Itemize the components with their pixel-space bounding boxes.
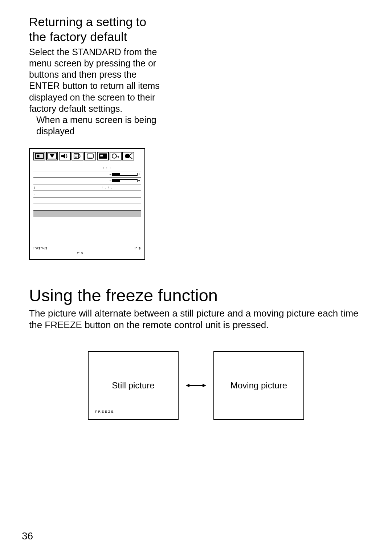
- plus-icon: +: [138, 179, 140, 183]
- freeze-diagram: Still picture FREEZE Moving picture: [29, 351, 363, 420]
- menu-row: [33, 204, 141, 211]
- freeze-body: The picture will alternate between a sti…: [29, 307, 363, 331]
- menu-row: − +: [33, 178, 141, 184]
- audio-icon: [59, 152, 71, 160]
- menu-footer: !"#$"%$ !" $ !" $: [33, 246, 141, 255]
- title-line2: the factory default: [29, 30, 127, 44]
- page-number: 36: [22, 530, 33, 542]
- menu-icon-bar: [33, 152, 141, 160]
- row-label: ): [34, 186, 74, 189]
- title-line1: Returning a setting to: [29, 15, 146, 29]
- menu-row: − +: [33, 171, 141, 178]
- double-arrow-icon: [186, 383, 206, 388]
- slider-track: [112, 179, 138, 182]
- svg-rect-1: [37, 155, 39, 157]
- row-value: ! , ! ,: [74, 186, 140, 189]
- moving-picture-box: Moving picture: [213, 351, 304, 420]
- menu-row: ) ! , ! ,: [33, 184, 141, 191]
- option2-icon: [97, 152, 109, 160]
- still-picture-box: Still picture FREEZE: [88, 351, 179, 420]
- row-label: .: [34, 192, 74, 196]
- moving-picture-label: Moving picture: [230, 380, 287, 391]
- plus-icon: +: [138, 172, 140, 176]
- security-icon: [110, 152, 122, 160]
- language-icon: [72, 152, 83, 160]
- section-title: Returning a setting to the factory defau…: [29, 15, 363, 44]
- menu-rows: ! + ! − + − + ) ! , ! , .: [33, 165, 141, 217]
- menu-row-highlight: [33, 211, 141, 217]
- svg-point-9: [125, 154, 130, 158]
- picture-icon: [33, 152, 45, 160]
- minus-icon: −: [109, 179, 111, 183]
- network-icon: [122, 152, 134, 160]
- svg-marker-11: [186, 384, 189, 387]
- position-icon: [46, 152, 58, 160]
- freeze-heading: Using the freeze function: [29, 285, 363, 305]
- svg-rect-7: [100, 155, 103, 156]
- menu-row: [33, 197, 141, 204]
- section-body: Select the STANDARD from the menu screen…: [29, 46, 160, 115]
- section-note: When a menu screen is being displayed: [36, 114, 167, 137]
- row-value: ! + !: [74, 166, 140, 170]
- svg-point-8: [112, 154, 117, 158]
- footer-right2: !" $: [77, 251, 141, 256]
- svg-rect-4: [87, 154, 93, 158]
- freeze-tag: FREEZE: [95, 410, 115, 413]
- option1-icon: [84, 152, 96, 160]
- row-slider: − +: [74, 179, 140, 183]
- slider-track: [112, 173, 138, 176]
- section-returning: Returning a setting to the factory defau…: [29, 15, 363, 137]
- still-picture-label: Still picture: [112, 380, 154, 391]
- svg-marker-12: [203, 384, 206, 387]
- minus-icon: −: [109, 172, 111, 176]
- svg-rect-5: [89, 158, 92, 158]
- footer-right1: !" $: [135, 246, 141, 251]
- menu-screenshot: ! + ! − + − + ) ! , ! , .: [29, 148, 145, 260]
- footer-left: !"#$"%$: [33, 246, 48, 251]
- row-slider: − +: [74, 172, 140, 176]
- menu-row: .: [33, 191, 141, 197]
- menu-row: ! + !: [33, 165, 141, 171]
